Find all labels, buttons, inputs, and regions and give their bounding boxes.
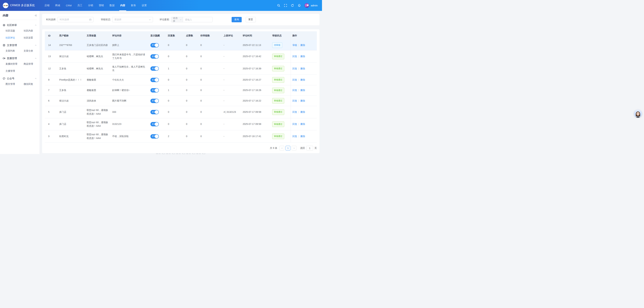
cell-nickname: PineBye是真的！！！ (58, 75, 85, 85)
action-link-删除[interactable]: 删除 (300, 99, 305, 102)
user-avatar[interactable] (304, 3, 309, 8)
search-input[interactable] (183, 17, 212, 22)
action-link-删除[interactable]: 删除 (300, 44, 305, 46)
cell-parent-comment: - (222, 75, 241, 85)
refresh-icon[interactable] (291, 4, 294, 7)
action-link-回复[interactable]: 回复 (292, 89, 297, 91)
cell-reply-count: 0 (166, 118, 184, 130)
sidebar-item-商品管理[interactable]: 商品管理 (24, 62, 37, 65)
action-link-回复[interactable]: 回复 (292, 99, 297, 102)
cell-comment-content: 谁人不知树先生，谁人不是树先生 (110, 62, 149, 75)
action-link-审核[interactable]: 审核 (292, 44, 297, 46)
sidebar-item-图文管理[interactable]: 图文管理 (6, 83, 24, 86)
time-filter-group: 时间选择: 时间选择 (46, 17, 101, 22)
show-toggle[interactable]: 开启 (150, 99, 159, 103)
cell-actions: 回复|删除 (291, 118, 317, 130)
show-toggle[interactable]: 开启 (150, 54, 159, 59)
sidebar-section-header[interactable]: 直播管理 (3, 55, 37, 61)
search-type-placeholder: 请选择 (173, 17, 179, 22)
collapse-sidebar-icon[interactable] (34, 14, 37, 17)
article-icon (3, 44, 5, 46)
sidebar-section-header[interactable]: 公众号 (3, 75, 37, 82)
cell-actions: 回复|删除 (291, 95, 317, 106)
sidebar-item-社区话题[interactable]: 社区话题 (6, 29, 24, 32)
cell-article-title: 联想razr 60，暑期换机优选！AAA (85, 130, 110, 142)
action-link-回复[interactable]: 回复 (292, 111, 297, 113)
cell-id: 3 (45, 130, 58, 142)
query-button[interactable]: 查询 (232, 17, 242, 22)
cell-id: 12 (45, 62, 58, 75)
current-page-button[interactable]: 1 (286, 146, 290, 150)
status-select[interactable]: 请选择 (112, 17, 153, 22)
cell-show-hide: 开启 (149, 75, 166, 85)
nav-item-营销[interactable]: 营销 (96, 0, 107, 11)
nav-item-店铺[interactable]: 店铺 (42, 0, 52, 11)
time-filter-label: 时间选择: (46, 18, 56, 21)
show-toggle[interactable]: 开启 (150, 88, 159, 92)
action-link-删除[interactable]: 删除 (300, 135, 305, 138)
sidebar-item-文章分类[interactable]: 文章分类 (24, 49, 37, 52)
chevron-right-icon (293, 147, 295, 149)
sidebar-item-主播管理[interactable]: 主播管理 (6, 69, 24, 72)
show-toggle[interactable]: 开启 (150, 78, 159, 82)
nav-item-员工[interactable]: 员工 (74, 0, 85, 11)
nav-item-分销[interactable]: 分销 (85, 0, 96, 11)
nav-item-财务[interactable]: 财务 (128, 0, 139, 11)
show-toggle[interactable]: 开启 (150, 43, 159, 47)
column-header-点赞数: 点赞数 (184, 31, 199, 40)
column-header-ID: ID (45, 31, 58, 40)
action-link-回复[interactable]: 回复 (292, 67, 297, 70)
sidebar-item-直播间管理[interactable]: 直播间管理 (6, 62, 24, 65)
cell-comment-content: 3132123 (110, 118, 149, 130)
bell-icon[interactable] (298, 4, 301, 7)
action-link-回复[interactable]: 回复 (292, 135, 297, 138)
sidebar-section: 直播管理直播间管理商品管理主播管理 (3, 55, 37, 74)
sidebar-item-社区设置[interactable]: 社区设置 (24, 36, 37, 39)
next-page-button[interactable] (292, 146, 296, 150)
action-link-回复[interactable]: 回复 (292, 55, 297, 58)
pagination-total: 共 9 条 (270, 147, 277, 150)
nav-item-设置[interactable]: 设置 (139, 0, 150, 11)
action-link-回复[interactable]: 回复 (292, 78, 297, 81)
sidebar-section-header[interactable]: 社区种草 (3, 22, 37, 28)
action-separator: | (298, 67, 299, 70)
cell-id: 4 (45, 118, 58, 130)
reset-button[interactable]: 重置 (246, 17, 256, 22)
sidebar-item-文章列表[interactable]: 文章列表 (6, 49, 24, 52)
date-picker-input[interactable]: 时间选择 (58, 17, 94, 22)
action-link-回复[interactable]: 回复 (292, 123, 297, 125)
nav-item-数据[interactable]: 数据 (107, 0, 118, 11)
cell-comment-content: 我们本来就是牛马，只是恰好读了几年书 (110, 50, 149, 62)
sidebar-item-社区评论[interactable]: 社区评论 (6, 36, 24, 39)
cell-actions: 回复|删除 (291, 50, 317, 62)
jump-page-input[interactable] (306, 146, 313, 150)
cell-reply-count: 0 (166, 95, 184, 106)
show-toggle[interactable]: 开启 (150, 122, 159, 126)
show-toggle[interactable]: 开启 (150, 134, 159, 139)
show-toggle[interactable]: 开启 (150, 110, 159, 114)
sidebar-item-社区内容[interactable]: 社区内容 (24, 29, 37, 32)
action-link-删除[interactable]: 删除 (300, 67, 305, 70)
cell-article-title: 哈喽啊，树先生 (85, 62, 110, 75)
username[interactable]: admin (311, 4, 318, 7)
fullscreen-icon[interactable] (284, 4, 287, 7)
cell-audit-status: 审核通过 (270, 50, 291, 62)
nav-item-内容[interactable]: 内容 (118, 0, 128, 11)
action-link-删除[interactable]: 删除 (300, 78, 305, 81)
nav-item-商城[interactable]: 商城 (52, 0, 63, 11)
main-nav: 店铺商城CRM员工分销营销数据内容财务设置 (42, 0, 150, 11)
action-separator: | (298, 123, 299, 125)
action-link-删除[interactable]: 删除 (300, 123, 305, 125)
search-type-select[interactable]: 请选择 (171, 17, 183, 22)
prev-page-button[interactable] (280, 146, 284, 150)
action-link-删除[interactable]: 删除 (300, 55, 305, 58)
search-icon[interactable] (277, 4, 280, 7)
sidebar-item-微信回复[interactable]: 微信回复 (24, 83, 37, 86)
chevron-up-icon (34, 24, 37, 26)
action-link-删除[interactable]: 删除 (300, 89, 305, 91)
show-toggle[interactable]: 开启 (150, 66, 159, 71)
nav-item-CRM[interactable]: CRM (63, 0, 74, 11)
sidebar-section-header[interactable]: 文章管理 (3, 42, 37, 48)
search-filter-group: 评论搜索: 请选择 (160, 17, 212, 22)
action-link-删除[interactable]: 删除 (300, 111, 305, 113)
